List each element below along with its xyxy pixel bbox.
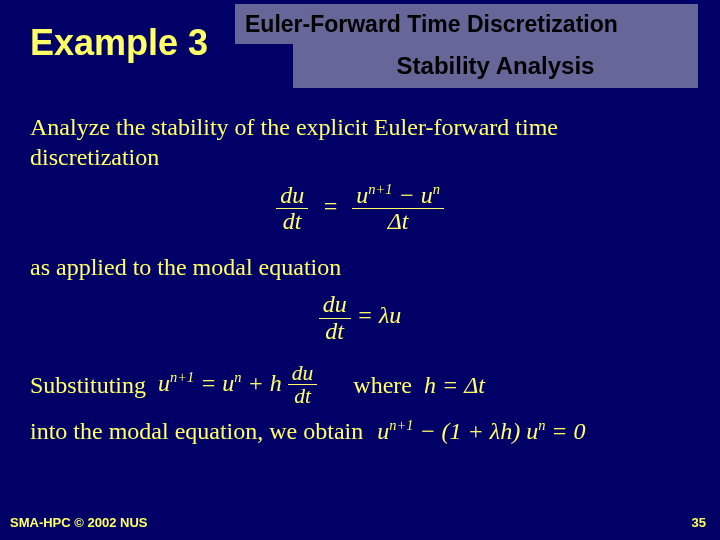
title-text: Euler-Forward Time Discretization [245,11,618,38]
eq5-sup1: n+1 [389,417,413,433]
equation-2: du dt = λu [30,292,690,343]
eq1-u1: u [356,182,368,208]
eq3-u1: u [158,369,170,395]
eq1-lhs-den: dt [276,208,308,234]
eq2-num: du [319,292,351,317]
eq1-lhs-num: du [276,183,308,208]
eq3-sup2: n [234,368,241,384]
substituting-row: Substituting un+1 = un + h du dt where h… [30,362,690,408]
paragraph-2: as applied to the modal equation [30,252,690,282]
example-number: Example 3 [30,22,208,64]
equation-3: un+1 = un + h du dt [158,362,317,408]
slide-header: Example 3 Euler-Forward Time Discretizat… [0,0,720,100]
eq3-frac-num: du [288,362,318,385]
equation-4: h = Δt [424,370,485,400]
equation-1: du dt = un+1 − un Δt [30,182,690,234]
final-row: into the modal equation, we obtain un+1 … [30,416,690,446]
eq1-equals: = [322,193,338,219]
subtitle-box: Stability Analysis [293,44,698,88]
slide-footer: SMA-HPC © 2002 NUS 35 [10,515,706,530]
eq3-sup1: n+1 [170,368,194,384]
where-label: where [353,370,412,400]
eq2-den: dt [319,318,351,344]
paragraph-3: into the modal equation, we obtain [30,416,363,446]
eq2-rhs: λu [379,303,401,329]
eq3-eq: = [194,369,222,395]
eq1-sup1: n+1 [368,181,392,197]
equation-5: un+1 − (1 + λh) un = 0 [377,416,585,446]
subtitle-text: Stability Analysis [397,52,595,80]
eq2-equals: = [357,303,379,329]
eq5-u1: u [377,418,389,444]
title-box: Euler-Forward Time Discretization [235,4,698,44]
substituting-label: Substituting [30,370,146,400]
eq5-mid: − (1 + λh) [413,418,526,444]
eq1-rhs-den: Δt [352,208,444,234]
eq3-u2: u [222,369,234,395]
eq1-sup2: n [433,181,440,197]
page-number: 35 [692,515,706,530]
eq3-frac-den: dt [288,384,318,408]
eq5-u2: u [526,418,538,444]
eq1-rhs-num: un+1 − un [352,182,444,208]
eq1-minus: − [392,182,420,208]
eq3-plus: + h [242,369,288,395]
eq5-eq0: = 0 [545,418,585,444]
slide-body: Analyze the stability of the explicit Eu… [0,100,720,446]
eq1-u2: u [421,182,433,208]
paragraph-1: Analyze the stability of the explicit Eu… [30,112,690,172]
footer-copyright: SMA-HPC © 2002 NUS [10,515,147,530]
